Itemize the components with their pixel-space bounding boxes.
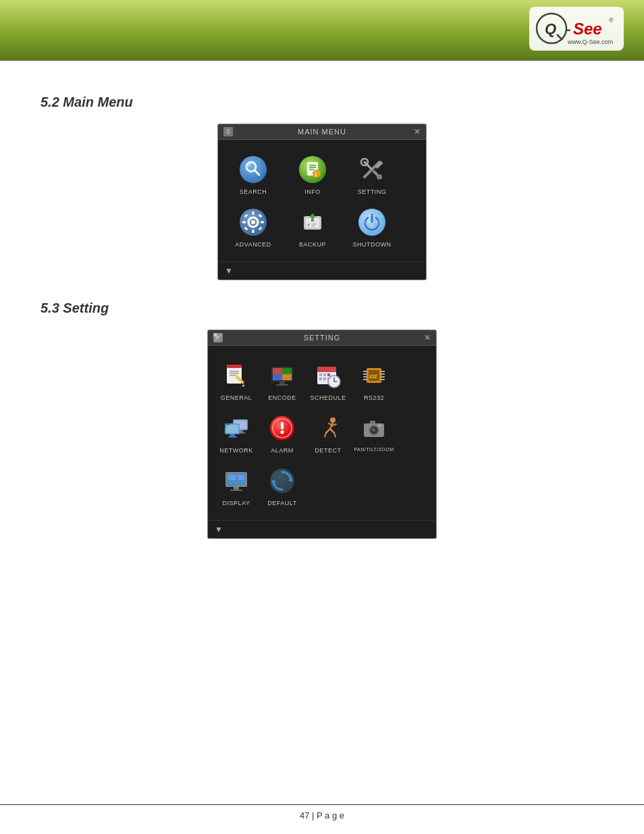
svg-marker-40 (309, 213, 316, 217)
svg-line-106 (330, 429, 334, 433)
svg-rect-53 (227, 365, 242, 368)
svg-text:232: 232 (369, 374, 377, 379)
menu-item-setting[interactable]: SETTING (342, 148, 402, 201)
header-banner: Q - See ® www.Q-See.com (0, 0, 644, 61)
default-icon-container (266, 465, 298, 497)
svg-text:Q: Q (545, 20, 556, 37)
title-icon (223, 127, 233, 136)
svg-rect-96 (230, 434, 235, 436)
svg-rect-116 (370, 421, 375, 424)
alarm-icon-container (266, 412, 298, 444)
svg-rect-62 (282, 368, 292, 374)
section-53-heading: 5.3 Setting (41, 301, 603, 316)
svg-rect-55 (230, 373, 239, 374)
main-menu-grid: SEARCH (223, 148, 421, 253)
pantiltzoom-icon-container (358, 412, 390, 444)
detect-icon-container (312, 412, 344, 444)
page-number: 47 | P a g e (300, 810, 344, 820)
svg-rect-82 (363, 373, 367, 375)
search-icon (239, 155, 267, 184)
svg-rect-54 (230, 371, 239, 372)
svg-rect-95 (226, 425, 238, 433)
svg-rect-120 (228, 475, 236, 480)
svg-rect-74 (323, 377, 326, 380)
svg-point-115 (372, 428, 373, 429)
advanced-icon (239, 208, 267, 236)
menu-item-general[interactable]: GENERAL (213, 354, 259, 407)
menu-item-network[interactable]: NETWORK (213, 407, 259, 459)
pantiltzoom-label: PAN/TILT/ZOOM (354, 447, 394, 452)
encode-icon (268, 361, 296, 390)
display-label: DISPLAY (223, 500, 250, 506)
svg-rect-63 (273, 374, 282, 380)
network-icon (222, 414, 250, 442)
svg-rect-41 (311, 217, 314, 221)
menu-item-schedule[interactable]: SCHEDULE (305, 354, 351, 407)
setting-close[interactable]: ✕ (421, 333, 431, 342)
main-menu-titlebar: MAIN MENU ✕ (218, 124, 426, 140)
svg-rect-30 (252, 211, 254, 215)
svg-point-10 (240, 156, 267, 183)
svg-rect-84 (363, 379, 367, 380)
svg-rect-17 (309, 167, 316, 168)
menu-item-encode[interactable]: ENCODE (259, 354, 305, 407)
svg-rect-32 (242, 221, 246, 224)
menu-item-pantiltzoom[interactable]: PAN/TILT/ZOOM (351, 407, 397, 459)
svg-text:®: ® (609, 17, 614, 24)
main-content: 5.2 Main Menu MAIN MENU ✕ (0, 61, 644, 573)
menu-item-search[interactable]: SEARCH (223, 148, 283, 201)
menu-item-display[interactable]: DISPLAY (213, 459, 259, 512)
svg-rect-85 (381, 371, 385, 372)
advanced-label: ADVANCED (235, 241, 271, 248)
svg-rect-86 (381, 373, 385, 375)
rs232-label: RS232 (364, 394, 384, 401)
setting-window-body: GENERAL (208, 346, 436, 520)
svg-rect-97 (228, 436, 237, 438)
backup-label: BACKUP (299, 241, 326, 248)
main-menu-footer: ▼ (218, 261, 426, 280)
network-icon-container (220, 412, 252, 444)
page-footer: 47 | P a g e (0, 804, 644, 820)
svg-rect-64 (282, 374, 292, 380)
section-52-heading: 5.2 Main Menu (41, 95, 603, 110)
setting-title-icon (213, 333, 223, 342)
info-icon-container: i (296, 153, 329, 186)
svg-rect-33 (261, 221, 264, 224)
menu-item-advanced[interactable]: ADVANCED (223, 201, 283, 253)
menu-item-alarm[interactable]: ALARM (259, 407, 305, 459)
svg-line-110 (334, 433, 336, 437)
svg-text:i: i (315, 171, 317, 178)
svg-text:www.Q-See.com: www.Q-See.com (567, 38, 613, 45)
svg-point-29 (251, 220, 255, 224)
footer-arrow: ▼ (225, 266, 233, 276)
svg-point-8 (227, 129, 230, 132)
menu-item-info[interactable]: i INFO (283, 148, 342, 201)
detect-label: DETECT (315, 447, 342, 454)
general-label: GENERAL (221, 394, 252, 401)
menu-item-detect[interactable]: DETECT (305, 407, 351, 459)
default-icon (268, 467, 296, 495)
menu-item-rs232[interactable]: 232 RS232 (351, 354, 397, 407)
shutdown-label: SHUTDOWN (353, 241, 392, 248)
main-menu-close[interactable]: ✕ (411, 127, 421, 136)
svg-rect-70 (319, 373, 322, 376)
svg-point-102 (281, 431, 284, 434)
shutdown-icon (358, 208, 386, 236)
svg-rect-101 (281, 422, 284, 429)
alarm-label: ALARM (271, 447, 294, 454)
svg-rect-65 (279, 382, 285, 384)
search-label: SEARCH (240, 188, 267, 195)
rs232-icon: 232 (360, 361, 388, 390)
general-icon-container (220, 359, 252, 392)
menu-item-default[interactable]: DEFAULT (259, 459, 305, 512)
menu-item-backup[interactable]: BACKUP (283, 201, 342, 253)
menu-item-shutdown[interactable]: SHUTDOWN (342, 201, 402, 253)
backup-icon (298, 208, 327, 236)
search-icon-container (237, 153, 269, 186)
network-label: NETWORK (219, 447, 253, 454)
svg-rect-9 (226, 132, 230, 134)
schedule-icon (314, 361, 342, 390)
svg-rect-16 (309, 165, 316, 166)
rs232-icon-container: 232 (358, 359, 390, 392)
svg-rect-43 (311, 224, 317, 225)
